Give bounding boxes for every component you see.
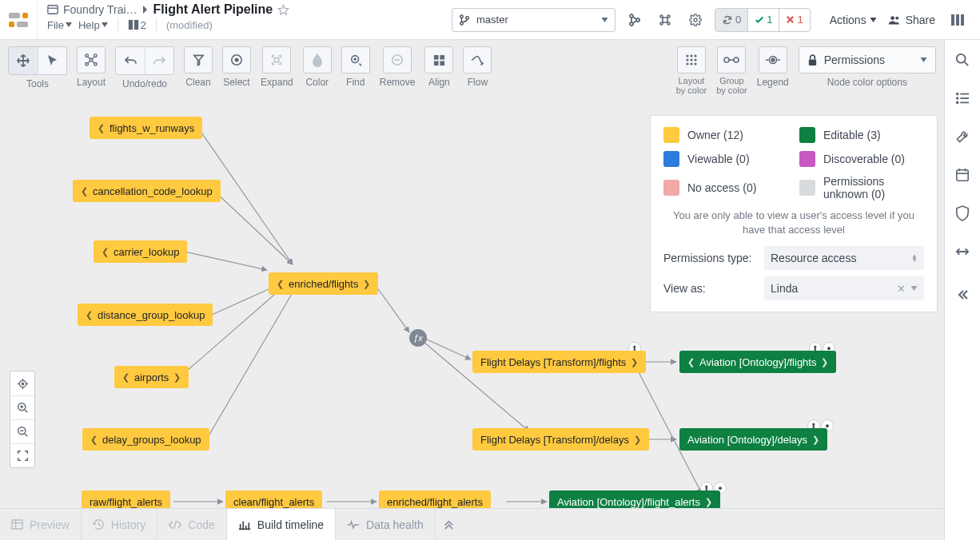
permissions-dropdown[interactable]: Permissions [799, 46, 936, 73]
toolbar-align: Align [424, 46, 453, 88]
breadcrumb-parent[interactable]: Foundry Trai… [63, 3, 137, 16]
graph-canvas[interactable]: ❮flights_w_runways ❮cancellation_code_lo… [0, 97, 944, 508]
node-flights-w-runways[interactable]: ❮flights_w_runways [90, 117, 202, 139]
rail-build[interactable] [945, 125, 981, 149]
flow-button[interactable] [463, 46, 492, 73]
chevron-right-icon: ❯ [631, 357, 638, 367]
svg-point-7 [466, 16, 469, 19]
svg-line-58 [185, 252, 267, 270]
svg-point-30 [86, 63, 89, 66]
refresh-icon [722, 14, 733, 26]
tab-history[interactable]: History [82, 509, 158, 540]
tab-data-health[interactable]: Data health [336, 509, 436, 540]
status-success[interactable]: 1 [747, 9, 779, 31]
node-aviation-flights[interactable]: ❮Aviation [Ontology]/flights❯ [679, 351, 836, 373]
locate-button[interactable] [10, 371, 34, 395]
svg-point-11 [694, 18, 697, 22]
branch-select[interactable]: master [452, 8, 615, 32]
clear-icon[interactable]: ✕ [897, 283, 906, 295]
node-flight-delays-delays[interactable]: Flight Delays [Transform]/delays❯ [472, 428, 649, 451]
legend-unknown: Permissions unknown (0) [799, 175, 924, 201]
chevron-right-icon [142, 6, 149, 14]
svg-point-13 [895, 16, 898, 19]
legend-editable: Editable (3) [799, 127, 924, 143]
zoom-controls [10, 371, 35, 468]
node-distance-group-lookup[interactable]: ❮distance_group_lookup [78, 304, 213, 326]
panel-count[interactable]: 2 [128, 19, 146, 31]
select-button[interactable] [222, 46, 251, 73]
menu-help[interactable]: Help [78, 19, 108, 31]
undo-button[interactable] [116, 47, 145, 74]
layout-button[interactable] [77, 46, 106, 73]
node-enriched-flights[interactable]: ❮enriched/flights❯ [269, 272, 378, 295]
branch-graph-button[interactable] [623, 9, 646, 31]
group-by-color-label: Groupby color [716, 77, 747, 95]
layout-by-color-button[interactable] [677, 46, 706, 73]
align-button[interactable] [424, 46, 453, 73]
select-tool-button[interactable] [38, 47, 66, 74]
node-cancellation-code-lookup[interactable]: ❮cancellation_code_lookup [73, 180, 221, 202]
command-button[interactable] [654, 9, 676, 31]
node-transform-fx[interactable]: ƒx [409, 329, 427, 347]
permissions-type-select[interactable]: Resource access ▲▼ [764, 246, 924, 270]
actions-menu[interactable]: Actions [830, 14, 877, 26]
branch-icon [459, 14, 470, 26]
menu-file[interactable]: File [47, 19, 72, 31]
legend-button[interactable] [759, 46, 787, 73]
svg-rect-4 [134, 20, 138, 30]
pan-tool-button[interactable] [9, 47, 38, 74]
breadcrumb: Foundry Trai… Flight Alert Pipeline [47, 2, 434, 17]
sync-button[interactable]: 0 [715, 9, 747, 31]
chevron-down-icon [910, 286, 918, 291]
chevron-right-icon: ❯ [705, 497, 712, 507]
clean-button[interactable] [184, 46, 213, 73]
tab-preview[interactable]: Preview [0, 509, 82, 540]
find-button[interactable] [341, 46, 370, 73]
toolbar-legend: Legend [757, 46, 789, 88]
zoom-in-button[interactable] [10, 395, 34, 419]
tab-build-timeline[interactable]: Build timeline [227, 509, 336, 540]
svg-point-28 [86, 54, 89, 58]
zoom-out-button[interactable] [10, 419, 34, 443]
rail-list[interactable] [945, 86, 981, 110]
rail-search[interactable] [945, 48, 981, 72]
node-delay-groups-lookup[interactable]: ❮delay_groups_lookup [82, 428, 209, 451]
chevron-left-icon: ❮ [102, 247, 109, 257]
node-carrier-lookup[interactable]: ❮carrier_lookup [94, 240, 187, 263]
panel-toggle-button[interactable] [946, 9, 969, 31]
rail-health[interactable] [945, 201, 981, 225]
tab-code[interactable]: Code [157, 509, 226, 540]
right-rail [944, 40, 980, 540]
layout-icon [128, 19, 139, 30]
chevron-left-icon: ❮ [122, 372, 129, 383]
view-as-select[interactable]: Linda ✕ [764, 276, 924, 300]
node-flight-delays-flights[interactable]: Flight Delays [Transform]/flights❯ [472, 351, 646, 373]
layout-by-color-label: Layoutby color [676, 77, 707, 95]
svg-point-8 [630, 14, 633, 18]
toolbar-tools: Tools [8, 46, 67, 89]
history-icon [93, 518, 105, 530]
toolbar: Tools Layout Undo/redo Clean Select Expa… [0, 40, 944, 97]
svg-line-60 [181, 284, 286, 376]
node-aviation-delays[interactable]: Aviation [Ontology]/delays❯ [679, 428, 827, 451]
remove-button [383, 46, 412, 73]
legend-hint: You are only able to view a user's acces… [663, 208, 924, 236]
rail-collapse[interactable] [945, 283, 981, 307]
rail-schedule[interactable] [945, 163, 981, 187]
tab-collapse[interactable] [436, 509, 462, 540]
rail-expand[interactable] [945, 240, 981, 264]
legend-viewable: Viewable (0) [663, 151, 788, 167]
node-airports[interactable]: ❮airports❯ [114, 366, 189, 388]
toolbar-layout: Layout [77, 46, 106, 88]
status-error[interactable]: 1 [779, 9, 809, 31]
star-icon[interactable] [277, 4, 289, 16]
toolbar-group-by-color: Groupby color [716, 46, 747, 95]
zoom-fit-button[interactable] [10, 443, 34, 467]
group-by-color-button[interactable] [717, 46, 746, 73]
svg-point-22 [956, 101, 959, 105]
share-button[interactable]: Share [888, 14, 935, 26]
svg-marker-2 [278, 5, 289, 14]
bottom-bar: Preview History Code Build timeline Data… [0, 508, 944, 540]
app-logo[interactable] [0, 0, 38, 39]
settings-button[interactable] [684, 9, 707, 31]
